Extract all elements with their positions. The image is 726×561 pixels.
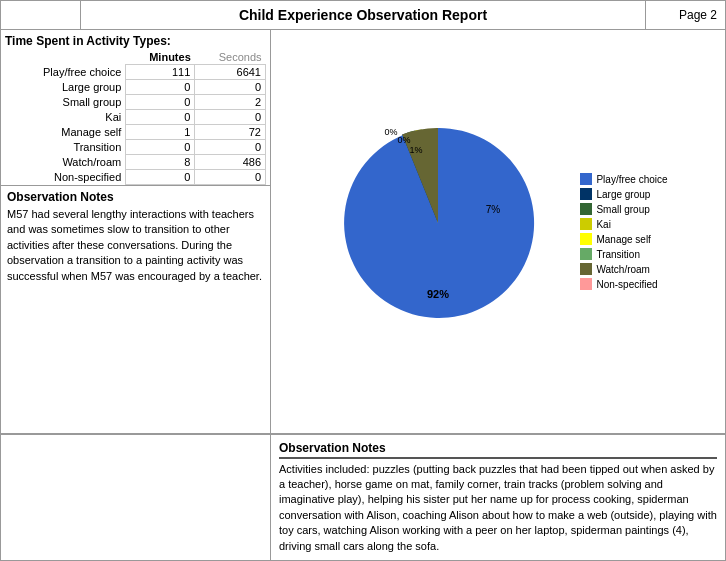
legend-label: Manage self	[596, 234, 650, 245]
legend-item: Manage self	[580, 233, 667, 245]
legend-label: Large group	[596, 189, 650, 200]
activity-label: Transition	[5, 140, 126, 155]
legend-color-box	[580, 218, 592, 230]
label-1: 1%	[410, 145, 423, 155]
label-7: 7%	[486, 204, 501, 215]
activity-label: Non-specified	[5, 170, 126, 185]
right-panel: 92% 7% 1% 0% 0% Play/free choiceLarge gr…	[271, 30, 725, 433]
minutes-value: 8	[126, 155, 195, 170]
activity-label: Watch/roam	[5, 155, 126, 170]
legend-color-box	[580, 173, 592, 185]
legend-label: Transition	[596, 249, 640, 260]
legend-label: Small group	[596, 204, 649, 215]
minutes-value: 0	[126, 170, 195, 185]
activity-label: Play/free choice	[5, 65, 126, 80]
page-number: Page 2	[645, 1, 725, 29]
seconds-value: 0	[195, 80, 266, 95]
seconds-value: 2	[195, 95, 266, 110]
bottom-section: Observation Notes Activities included: p…	[1, 434, 725, 560]
legend-item: Small group	[580, 203, 667, 215]
pie-chart: 92% 7% 1% 0% 0%	[328, 113, 568, 353]
activity-col-header	[5, 50, 126, 65]
legend-item: Non-specified	[580, 278, 667, 290]
activity-label: Manage self	[5, 125, 126, 140]
legend-item: Watch/roam	[580, 263, 667, 275]
minutes-value: 0	[126, 80, 195, 95]
chart-area: 92% 7% 1% 0% 0% Play/free choiceLarge gr…	[275, 38, 721, 429]
obs-notes-left-title: Observation Notes	[7, 190, 264, 204]
obs-notes-left-text: M57 had several lengthy interactions wit…	[7, 207, 264, 284]
report-title: Child Experience Observation Report	[81, 2, 645, 28]
legend-item: Kai	[580, 218, 667, 230]
page-header: Child Experience Observation Report Page…	[1, 1, 725, 30]
table-row: Watch/roam8486	[5, 155, 266, 170]
minutes-value: 0	[126, 140, 195, 155]
left-panel: Time Spent in Activity Types: Minutes Se…	[1, 30, 271, 433]
header-left-space	[1, 1, 81, 29]
seconds-value: 0	[195, 170, 266, 185]
pie-svg: 92% 7% 1% 0% 0%	[328, 113, 548, 333]
legend-label: Play/free choice	[596, 174, 667, 185]
activity-label: Large group	[5, 80, 126, 95]
activity-label: Small group	[5, 95, 126, 110]
legend-color-box	[580, 248, 592, 260]
legend-color-box	[580, 263, 592, 275]
activity-label: Kai	[5, 110, 126, 125]
legend-label: Non-specified	[596, 279, 657, 290]
seconds-value: 0	[195, 140, 266, 155]
bottom-right: Observation Notes Activities included: p…	[271, 435, 725, 560]
legend-color-box	[580, 233, 592, 245]
legend-item: Play/free choice	[580, 173, 667, 185]
bottom-left	[1, 435, 271, 560]
minutes-value: 0	[126, 95, 195, 110]
legend-color-box	[580, 188, 592, 200]
seconds-value: 486	[195, 155, 266, 170]
seconds-value: 0	[195, 110, 266, 125]
seconds-value: 6641	[195, 65, 266, 80]
label-0a: 0%	[398, 135, 411, 145]
label-0b: 0%	[385, 127, 398, 137]
activity-table-section: Time Spent in Activity Types: Minutes Se…	[1, 30, 270, 186]
activity-table: Minutes Seconds Play/free choice1116641L…	[5, 50, 266, 185]
table-row: Kai00	[5, 110, 266, 125]
seconds-col-header: Seconds	[195, 50, 266, 65]
table-row: Non-specified00	[5, 170, 266, 185]
minutes-value: 1	[126, 125, 195, 140]
table-row: Transition00	[5, 140, 266, 155]
table-row: Large group00	[5, 80, 266, 95]
legend-label: Kai	[596, 219, 610, 230]
minutes-value: 111	[126, 65, 195, 80]
obs-notes-left-section: Observation Notes M57 had several length…	[1, 186, 270, 433]
legend-item: Transition	[580, 248, 667, 260]
legend-item: Large group	[580, 188, 667, 200]
minutes-value: 0	[126, 110, 195, 125]
table-row: Manage self172	[5, 125, 266, 140]
bottom-obs-text: Activities included: puzzles (putting ba…	[279, 462, 717, 554]
chart-legend: Play/free choiceLarge groupSmall groupKa…	[580, 173, 667, 293]
legend-color-box	[580, 278, 592, 290]
main-content: Time Spent in Activity Types: Minutes Se…	[1, 30, 725, 434]
table-row: Play/free choice1116641	[5, 65, 266, 80]
legend-label: Watch/roam	[596, 264, 650, 275]
minutes-col-header: Minutes	[126, 50, 195, 65]
seconds-value: 72	[195, 125, 266, 140]
table-row: Small group02	[5, 95, 266, 110]
legend-color-box	[580, 203, 592, 215]
table-title: Time Spent in Activity Types:	[5, 34, 266, 48]
label-92: 92%	[427, 288, 449, 300]
bottom-obs-title: Observation Notes	[279, 441, 717, 459]
